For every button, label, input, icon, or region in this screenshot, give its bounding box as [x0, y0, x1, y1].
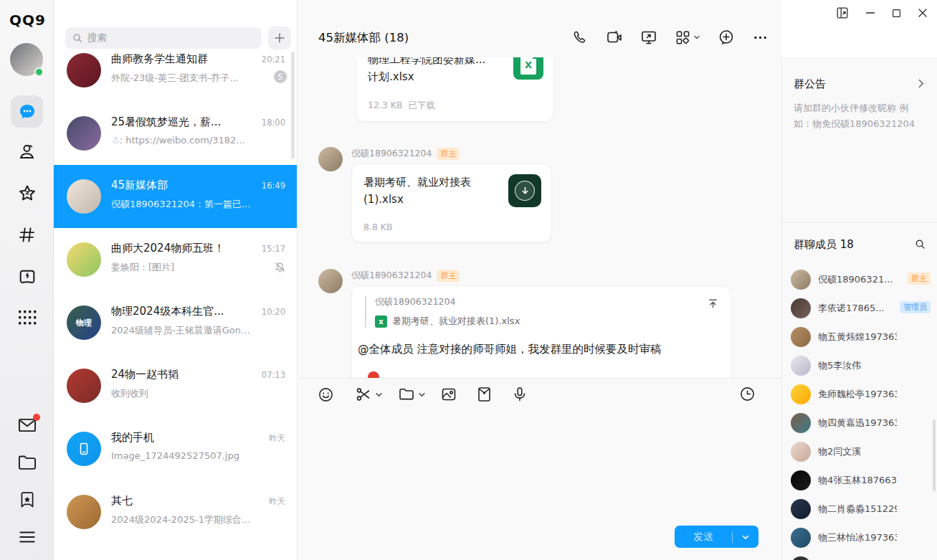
sidebar-item-channels[interactable]	[0, 225, 54, 245]
member-name: 物四黄嘉迅1973637...	[818, 417, 897, 430]
message-file-card[interactable]: 暑期考研、就业对接表 (1).xlsx 8.8 KB	[351, 163, 552, 242]
chat-time: 18:00	[262, 118, 285, 128]
chat-title: 45新媒体部	[111, 179, 168, 192]
video-call-icon[interactable]	[606, 29, 623, 46]
member-row[interactable]: 物2闫文溪	[782, 437, 937, 466]
maximize-icon[interactable]	[891, 8, 902, 19]
member-row[interactable]: 物5李汝伟	[782, 351, 937, 380]
file-downloading-icon[interactable]	[508, 174, 541, 207]
phone-avatar-icon	[77, 442, 91, 456]
sidebar-item-mini-apps[interactable]	[0, 310, 54, 326]
chat-preview: 外院-23级-英三-团支书-乔子...	[111, 72, 239, 85]
microphone-icon[interactable]	[511, 386, 528, 403]
chat-avatar	[67, 116, 101, 151]
quoted-message[interactable]: 倪硕18906321204 x 暑期考研、就业对接表(1).xlsx	[365, 296, 719, 328]
group-apps-button[interactable]	[675, 29, 700, 46]
file-meta: 12.3 KB 已下载	[368, 100, 435, 112]
unread-badge: 5	[274, 70, 287, 83]
group-apps-icon	[675, 29, 691, 46]
message-scroll-area[interactable]: 物理工程学院团委新媒... 计划.xlsx 12.3 KB 已下载 X 倪硕18…	[298, 57, 782, 378]
image-icon[interactable]	[440, 386, 457, 403]
popout-panel-icon[interactable]	[835, 6, 850, 20]
more-icon[interactable]	[752, 29, 769, 46]
member-row[interactable]: 物四黄嘉迅1973637...	[782, 409, 937, 437]
chat-list-item[interactable]: 25暑假筑梦巡光，薪... 18:00 ☃: https://weibo.com…	[54, 102, 297, 165]
chat-list-item[interactable]: 曲师教务学生通知群 20:21 外院-23级-英三-团支书-乔子... 5	[54, 50, 297, 102]
input-panel[interactable]: 发送	[298, 378, 782, 560]
chat-list-item[interactable]: 物理 物理2024级本科生官... 10:20 2024级辅导员-王铭晨邀请Go…	[54, 291, 297, 354]
sender-row: 倪硕18906321204 群主	[351, 270, 460, 282]
voice-call-icon[interactable]	[572, 29, 589, 46]
chat-list-item[interactable]: 45新媒体部 16:49 倪硕18906321204：第一篇已...	[54, 165, 297, 228]
chat-time: 16:49	[262, 181, 285, 191]
chat-preview: 2024级辅导员-王铭晨邀请Gone...	[111, 324, 255, 337]
member-row[interactable]: 免师魏松亭1973637...	[782, 380, 937, 409]
send-label: 发送	[675, 531, 732, 544]
member-row[interactable]: 倪硕18906321... 群主	[782, 265, 937, 294]
member-avatar	[791, 556, 811, 560]
sidebar-item-qzone[interactable]	[0, 184, 54, 204]
message-reply-card[interactable]: 倪硕18906321204 x 暑期考研、就业对接表(1).xlsx @全体成员…	[351, 285, 731, 378]
history-button[interactable]	[739, 386, 756, 402]
chevron-right-icon[interactable]	[916, 79, 926, 88]
member-badge: 管理员	[900, 301, 931, 313]
jump-to-message-icon[interactable]	[707, 298, 719, 310]
chevron-down-icon[interactable]	[418, 391, 426, 399]
members-title: 群聊成员 18	[794, 238, 854, 252]
menu-icon	[18, 530, 37, 544]
member-list-scrollbar[interactable]	[933, 419, 936, 491]
chat-preview: 2024级2024-2025-1学期综合...	[111, 513, 250, 526]
send-button[interactable]: 发送	[675, 526, 758, 548]
chat-list-item[interactable]: 曲师大2024物师五班！ 15:17 姜焕阳：[图片]	[54, 228, 297, 291]
member-row[interactable]: 物三林怡冰1973637...	[782, 523, 937, 552]
chat-list-item[interactable]: 其七 昨天 2024级2024-2025-1学期综合...	[54, 480, 297, 544]
member-row[interactable]: 李依诺17865... 管理员	[782, 294, 937, 323]
member-row[interactable]: 物五黄炜煌1973637...	[782, 323, 937, 351]
contacts-icon	[17, 142, 37, 161]
chat-title: 我的手机	[111, 431, 154, 445]
sidebar-item-favorites[interactable]	[0, 491, 54, 510]
self-avatar[interactable]	[10, 43, 43, 76]
member-row[interactable]: 物4张玉林18766365...	[782, 466, 937, 495]
sidebar-item-messages[interactable]	[11, 95, 43, 128]
excel-file-icon: X	[513, 57, 543, 80]
file-name-line: (1).xlsx	[363, 191, 494, 208]
add-button[interactable]	[268, 27, 291, 49]
member-search-icon[interactable]	[915, 239, 926, 250]
member-avatar	[791, 499, 811, 519]
file-folder-icon[interactable]	[398, 386, 415, 403]
member-name: 物三林怡冰1973637...	[818, 531, 897, 544]
emoji-icon[interactable]	[318, 386, 334, 403]
minimize-icon[interactable]	[865, 7, 876, 19]
sidebar-item-game-center[interactable]	[0, 267, 54, 287]
sidebar-item-contacts[interactable]	[0, 142, 54, 161]
chat-preview: 收到收到	[111, 387, 148, 400]
sender-avatar[interactable]	[318, 147, 343, 171]
chat-main-panel: 45新媒体部 (18)	[297, 0, 781, 560]
sidebar-item-mail[interactable]	[0, 417, 54, 434]
chat-title: 24物一赵书韬	[111, 368, 179, 381]
chat-time: 10:20	[262, 307, 285, 317]
sidebar-item-files[interactable]	[0, 454, 54, 471]
search-input[interactable]: 搜索	[65, 27, 262, 49]
sidebar-item-menu[interactable]	[0, 530, 54, 544]
member-row[interactable]: 物二肖淼淼1512298...	[782, 495, 937, 523]
screenshot-scissors-icon[interactable]	[355, 386, 372, 403]
chat-list-item[interactable]: 24物一赵书韬 07:13 收到收到	[54, 354, 297, 417]
chat-title: 25暑假筑梦巡光，薪...	[111, 115, 221, 129]
member-name: 倪硕18906321...	[818, 273, 893, 286]
screen-share-icon[interactable]	[640, 29, 657, 46]
chat-list-scrollbar[interactable]	[291, 52, 295, 159]
chevron-down-icon[interactable]	[375, 391, 383, 399]
member-name: 物4张玉林18766365...	[818, 474, 897, 487]
message-file-card[interactable]: 物理工程学院团委新媒... 计划.xlsx 12.3 KB 已下载 X	[356, 57, 554, 122]
create-group-icon[interactable]	[718, 29, 735, 46]
member-row[interactable]	[782, 552, 937, 560]
send-options-chevron[interactable]	[733, 533, 758, 541]
chat-list-item[interactable]: 我的手机 昨天 Image_1724492527507.jpg	[54, 417, 297, 480]
member-name: 李依诺17865...	[818, 302, 885, 315]
member-avatar	[791, 413, 811, 433]
sender-avatar[interactable]	[318, 269, 343, 293]
red-packet-envelope-icon[interactable]	[476, 386, 493, 403]
close-icon[interactable]	[917, 7, 928, 19]
